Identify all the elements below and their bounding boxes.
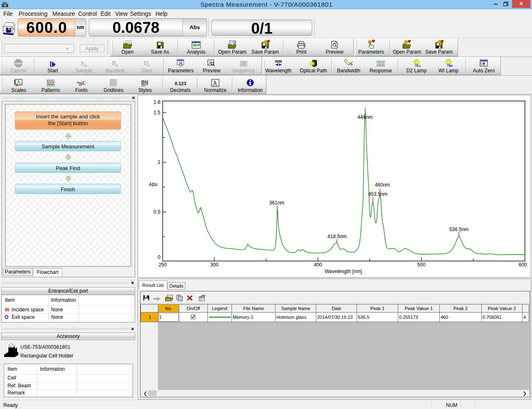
- svg-text:Abs: Abs: [149, 182, 158, 187]
- svg-text:536.5nm: 536.5nm: [449, 227, 469, 232]
- svg-text:1: 1: [158, 159, 160, 165]
- svg-text:0: 0: [158, 254, 160, 260]
- svg-text:1.5: 1.5: [153, 110, 160, 116]
- svg-text:S: S: [81, 60, 84, 67]
- svg-text:500: 500: [417, 262, 426, 268]
- svg-text:Wavelength [nm]: Wavelength [nm]: [325, 269, 362, 274]
- svg-text:446nm: 446nm: [357, 114, 373, 120]
- svg-text:B: B: [79, 81, 82, 87]
- svg-text:453.5nm: 453.5nm: [368, 191, 388, 197]
- svg-text:0.5: 0.5: [153, 209, 160, 215]
- svg-text:STOP: STOP: [15, 62, 22, 65]
- svg-text:400: 400: [314, 262, 322, 268]
- svg-text:WI: WI: [449, 64, 453, 68]
- svg-text:300: 300: [210, 262, 219, 268]
- svg-text:nm: nm: [275, 59, 282, 64]
- svg-text:250: 250: [158, 262, 167, 268]
- svg-text:418.5nm: 418.5nm: [328, 234, 347, 239]
- svg-text:0.123: 0.123: [175, 81, 186, 86]
- svg-text:460nm: 460nm: [375, 182, 390, 188]
- svg-text:1.6: 1.6: [153, 99, 160, 105]
- svg-text:C: C: [82, 80, 86, 86]
- svg-text:361nm: 361nm: [269, 200, 285, 206]
- svg-text:D2: D2: [417, 64, 421, 68]
- svg-text:600: 600: [519, 262, 527, 268]
